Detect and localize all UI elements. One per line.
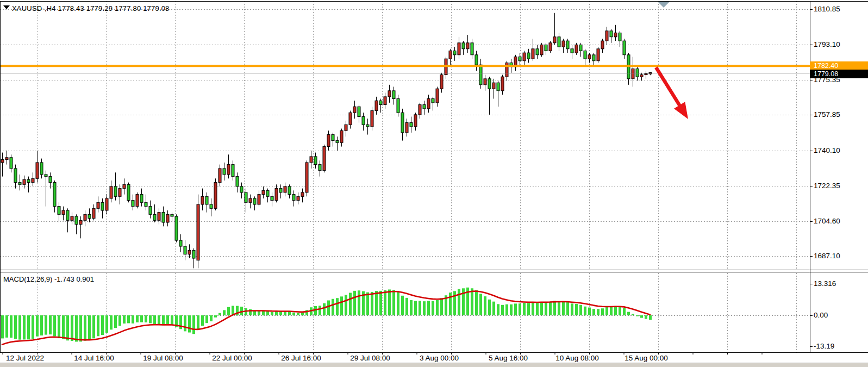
time-axis-label: 3 Aug 00:00 <box>409 354 469 362</box>
candlestick <box>640 75 643 77</box>
macd-histogram-bar <box>575 304 578 315</box>
candlestick <box>275 189 278 201</box>
candlestick <box>205 196 208 204</box>
candlestick <box>553 37 556 43</box>
macd-histogram-bar <box>301 313 304 315</box>
candlestick <box>23 179 26 184</box>
macd-histogram-bar <box>171 315 173 325</box>
macd-histogram-bar <box>297 313 299 315</box>
macd-histogram-bar <box>649 315 652 320</box>
candlestick <box>110 186 113 198</box>
macd-histogram-bar <box>18 315 21 340</box>
macd-histogram-bar <box>619 307 621 315</box>
candlestick <box>549 43 552 51</box>
candlestick <box>210 204 213 208</box>
macd-histogram-bar <box>379 291 382 315</box>
candlestick <box>240 186 243 192</box>
candlestick <box>162 213 165 222</box>
candlestick <box>501 77 504 91</box>
macd-histogram-bar <box>645 315 647 319</box>
candlestick <box>79 220 82 224</box>
macd-histogram-bar <box>571 303 573 315</box>
candlestick <box>249 198 252 202</box>
macd-histogram-bar <box>458 289 460 315</box>
candlestick <box>36 163 39 178</box>
candlestick <box>353 107 356 113</box>
time-axis-label: 22 Jul 00:00 <box>202 354 262 362</box>
macd-histogram-bar <box>14 315 17 339</box>
macd-histogram-bar <box>292 313 295 315</box>
candlestick <box>88 214 91 218</box>
candlestick <box>53 183 56 207</box>
candlestick <box>171 214 173 216</box>
macd-histogram-bar <box>384 290 386 315</box>
macd-histogram-bar <box>332 299 334 315</box>
candlestick <box>405 123 408 133</box>
macd-histogram-bar <box>79 315 82 341</box>
macd-histogram-bar <box>358 290 360 315</box>
macd-histogram-bar <box>636 315 639 316</box>
candlestick <box>97 202 99 208</box>
macd-histogram-bar <box>540 302 543 315</box>
macd-histogram-bar <box>536 302 539 315</box>
macd-histogram-bar <box>432 301 434 315</box>
macd-histogram-bar <box>1 315 4 338</box>
candlestick <box>584 51 586 59</box>
macd-histogram-bar <box>184 315 186 331</box>
macd-histogram-bar <box>401 296 404 315</box>
candlestick <box>410 123 413 127</box>
candlestick <box>579 45 582 51</box>
time-axis-label: 15 Aug 00:00 <box>616 354 676 362</box>
macd-histogram-bar <box>614 306 617 315</box>
candlestick <box>449 51 452 59</box>
candlestick <box>258 195 260 204</box>
candlestick <box>632 69 634 79</box>
candlestick <box>10 158 13 169</box>
candlestick <box>605 31 608 41</box>
time-axis-label: 29 Jul 08:00 <box>340 354 400 362</box>
macd-histogram-bar <box>88 315 91 340</box>
macd-histogram-bar <box>271 312 273 315</box>
macd-histogram-bar <box>188 315 191 333</box>
candlestick <box>132 201 134 207</box>
macd-histogram-bar <box>436 300 439 315</box>
candlestick <box>614 33 617 36</box>
macd-histogram-bar <box>414 301 417 315</box>
candlestick <box>645 74 647 75</box>
macd-histogram-bar <box>410 300 413 315</box>
macd-histogram-bar <box>140 315 143 322</box>
candlestick <box>227 165 230 175</box>
candlestick <box>379 101 382 104</box>
macd-histogram-bar <box>10 315 13 338</box>
candlestick <box>592 55 595 61</box>
candlestick <box>45 175 47 177</box>
macd-histogram-bar <box>323 303 326 315</box>
candlestick-chart-canvas[interactable] <box>0 0 868 367</box>
candlestick <box>392 91 395 99</box>
macd-histogram-bar <box>336 298 339 315</box>
macd-histogram-bar <box>127 315 130 323</box>
candlestick <box>118 189 121 197</box>
macd-histogram-bar <box>166 315 169 325</box>
macd-histogram-bar <box>327 301 330 315</box>
symbol-dropdown-icon[interactable] <box>3 5 10 9</box>
macd-histogram-bar <box>605 307 608 315</box>
price-axis-label: 1722.35 <box>814 182 840 190</box>
candlestick <box>140 195 143 203</box>
macd-histogram-bar <box>488 300 491 315</box>
macd-histogram-bar <box>471 288 473 315</box>
candlestick <box>527 53 530 59</box>
candlestick <box>314 157 317 165</box>
chart-shift-icon[interactable] <box>658 2 670 8</box>
candlestick <box>588 55 591 59</box>
macd-histogram-bar <box>610 307 613 315</box>
macd-histogram-bar <box>23 315 26 339</box>
macd-histogram-bar <box>492 302 495 315</box>
candlestick <box>114 186 117 196</box>
candlestick <box>297 196 299 200</box>
macd-histogram-bar <box>510 304 513 315</box>
candlestick <box>471 43 473 55</box>
candlestick <box>623 41 626 55</box>
candlestick <box>545 45 547 51</box>
candlestick <box>62 210 65 214</box>
